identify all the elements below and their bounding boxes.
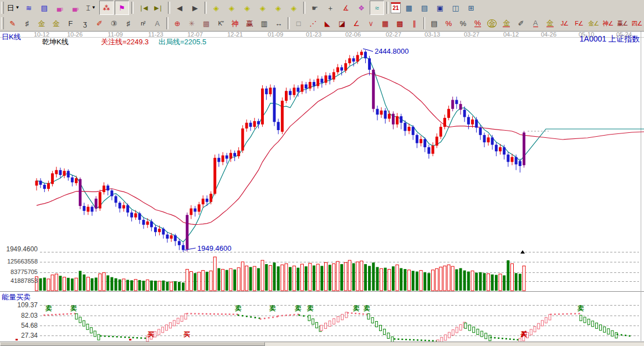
candle-body: [273, 87, 276, 122]
zoom-star-icon[interactable]: ◈: [255, 1, 270, 15]
volume-bar: [384, 268, 387, 291]
gold-section-icon[interactable]: 金: [35, 16, 48, 30]
spiral-icon[interactable]: ʒ: [78, 16, 91, 30]
stats-percent-icon[interactable]: ▤: [427, 16, 441, 30]
shen-tool-icon[interactable]: 神: [228, 16, 242, 30]
indicator-dot: [128, 337, 130, 338]
indicator-bar: [325, 323, 327, 329]
volume9-icon[interactable]: ▄₉: [68, 1, 83, 15]
next-bar-icon[interactable]: ▶: [188, 1, 202, 15]
period-selector[interactable]: 日▼: [6, 1, 21, 15]
gann-grid-icon[interactable]: ▦: [379, 16, 392, 30]
signal-flag-icon[interactable]: ⚑: [115, 1, 129, 15]
crosshair-icon[interactable]: ＋: [323, 1, 338, 15]
scroll-left-icon[interactable]: ◈: [209, 1, 223, 15]
notes-icon[interactable]: ▤: [417, 1, 432, 15]
ray-fan-icon[interactable]: ⋰: [306, 16, 320, 30]
f-angle-icon[interactable]: F∠: [572, 16, 585, 30]
k-quote-icon[interactable]: K″: [214, 16, 227, 30]
gold-circle-icon[interactable]: 金: [485, 16, 499, 30]
info-board-icon[interactable]: ▤: [37, 1, 52, 15]
chart-canvas[interactable]: [0, 0, 644, 346]
wave-a-icon[interactable]: A: [529, 16, 542, 30]
indicator-dot: [517, 339, 519, 340]
ying-tool-icon[interactable]: 赢: [243, 16, 256, 30]
gold-channel-icon[interactable]: 金: [49, 16, 63, 30]
gann-box-icon[interactable]: ◪: [335, 16, 349, 30]
percent-line-icon[interactable]: %: [471, 16, 484, 30]
volume-bar: [217, 268, 220, 291]
bar-width-icon[interactable]: ↔: [272, 16, 285, 30]
candle-body: [51, 173, 54, 184]
candle-body: [467, 117, 470, 124]
zigzag-icon[interactable]: ∨: [364, 16, 377, 30]
horizontal-scrollbar[interactable]: [0, 342, 644, 346]
indicator-bar: [549, 314, 551, 320]
first-bar-icon[interactable]: ❘◀: [136, 1, 150, 15]
candle-body: [511, 157, 514, 162]
zoom-out-h-icon[interactable]: ◈: [240, 1, 254, 15]
parallel-lines-icon[interactable]: ∥: [407, 16, 421, 30]
angle-measure-icon[interactable]: ∡: [339, 1, 353, 15]
export-data-icon[interactable]: ◫: [448, 1, 463, 15]
ying-angle-icon[interactable]: 赢∠: [616, 16, 629, 30]
draw-brush-icon[interactable]: ✎: [6, 16, 19, 30]
candle-body: [408, 127, 411, 131]
grid-target-icon[interactable]: ▩: [200, 16, 213, 30]
si-angle-icon[interactable]: 四∠: [630, 16, 643, 30]
star-burst-icon[interactable]: ✳: [185, 16, 198, 30]
sell-marker: 卖: [235, 304, 242, 313]
calculator-icon[interactable]: ▦: [402, 1, 416, 15]
shen-angle-icon[interactable]: 神∠: [601, 16, 615, 30]
fibo-f-icon: F: [68, 20, 73, 27]
text-note-icon[interactable]: A: [151, 16, 164, 30]
scroll-right-icon[interactable]: ◈: [224, 1, 239, 15]
candle-body: [166, 235, 168, 239]
brush2-icon[interactable]: ✐: [93, 16, 106, 30]
percent-icon[interactable]: %: [457, 16, 470, 30]
drag-hand-icon[interactable]: ☛: [308, 1, 322, 15]
overview-icon[interactable]: ≋: [22, 1, 36, 15]
indicator-name-label[interactable]: 乾坤K线: [42, 37, 69, 47]
angle-line-icon[interactable]: ∠: [350, 16, 363, 30]
percent-zone-icon[interactable]: %: [442, 16, 455, 30]
scrollbar-thumb[interactable]: [0, 342, 265, 346]
gold-line-icon[interactable]: 金: [543, 16, 556, 30]
candle-body: [95, 199, 98, 209]
circle-target-icon[interactable]: ⊕: [171, 16, 184, 30]
ruler-icon[interactable]: ▥: [257, 16, 270, 30]
pan-4way-icon[interactable]: ◈: [271, 1, 285, 15]
prev-bar-icon[interactable]: ◀: [172, 1, 187, 15]
last-bar-icon[interactable]: ▶❘: [151, 1, 166, 15]
transfer-icon[interactable]: ⊞: [464, 1, 478, 15]
cycle3-icon[interactable]: ③: [108, 16, 121, 30]
price-note-icon[interactable]: ✐: [514, 16, 528, 30]
gann-fan-icon[interactable]: ◣: [321, 16, 334, 30]
toolbar-grip[interactable]: [1, 17, 4, 29]
volume3-icon[interactable]: ▄₃: [53, 1, 67, 15]
candle-body: [376, 109, 379, 115]
volume-bar: [380, 268, 383, 291]
mark-tool-icon[interactable]: ❖: [354, 1, 369, 15]
n-squared-icon[interactable]: n²: [136, 16, 150, 30]
candle-style-icon[interactable]: ⌶▼: [84, 1, 98, 15]
fibo-f-icon[interactable]: F: [64, 16, 77, 30]
save-icon[interactable]: ▣: [433, 1, 447, 15]
gold-arc-icon[interactable]: 金: [500, 16, 513, 30]
gold-angle-icon[interactable]: 金∠: [587, 16, 600, 30]
volume-bar: [475, 273, 478, 291]
calendar-icon[interactable]: 21: [391, 2, 401, 13]
qiankun-kline-icon[interactable]: ⁂: [99, 1, 114, 15]
grid2-lines-icon[interactable]: ♯: [122, 16, 135, 30]
toolbar-grip[interactable]: [1, 2, 4, 14]
trendline-tool-icon[interactable]: ≈: [370, 1, 384, 15]
zoom-4way-icon[interactable]: ◈: [287, 1, 301, 15]
j-angle-icon[interactable]: J∠: [558, 16, 571, 30]
grid-lines-icon[interactable]: ♯: [21, 16, 34, 30]
gann-grid2-icon[interactable]: ▩: [393, 16, 406, 30]
grid-target-icon: ▩: [203, 20, 209, 27]
volume-bar: [91, 278, 94, 291]
rect-tool-icon[interactable]: □: [292, 16, 305, 30]
indicator-dot: [405, 339, 407, 340]
period-label[interactable]: 日K线: [2, 32, 21, 42]
